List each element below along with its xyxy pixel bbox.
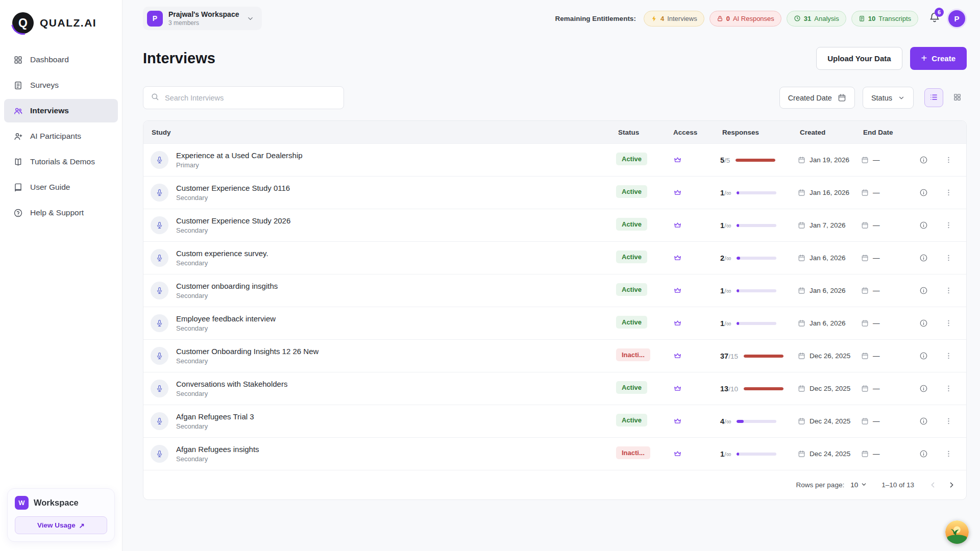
user-guide-icon	[13, 183, 23, 192]
calendar-icon	[838, 93, 846, 102]
external-link-icon: ↗	[79, 521, 85, 530]
end-date: —	[861, 352, 910, 360]
row-menu-icon[interactable]	[942, 349, 955, 362]
table-row[interactable]: Afgan Refugees Trial 3SecondaryActive4/∞…	[143, 405, 966, 437]
search-input[interactable]	[165, 94, 336, 102]
study-title[interactable]: Experience at a Used Car Dealership	[176, 151, 303, 160]
crown-icon[interactable]	[671, 415, 720, 428]
workspace-selector[interactable]: P Prajwal's Workspace 3 members	[143, 7, 262, 30]
column-header-status: Status	[616, 129, 671, 136]
create-button[interactable]: + Create	[910, 47, 967, 70]
notifications-bell[interactable]: 6	[929, 12, 940, 25]
info-icon[interactable]	[917, 186, 930, 199]
row-menu-icon[interactable]	[942, 415, 955, 428]
entitlement-pills: 4Interviews0AI Responses31Analysis10Tran…	[644, 11, 918, 27]
study-title[interactable]: Customer Onboarding Insights 12 26 New	[176, 347, 318, 356]
info-icon[interactable]	[917, 382, 930, 395]
row-menu-icon[interactable]	[942, 284, 955, 297]
study-title[interactable]: Customer onboarding insgiths	[176, 282, 278, 290]
row-menu-icon[interactable]	[942, 447, 955, 460]
sidebar-item-help-support[interactable]: Help & Support	[4, 201, 118, 224]
sidebar-item-interviews[interactable]: Interviews	[4, 99, 118, 122]
end-date: —	[861, 156, 910, 164]
crown-icon[interactable]	[671, 447, 720, 460]
table-row[interactable]: Employee feedback interviewSecondaryActi…	[143, 307, 966, 339]
island-widget-button[interactable]	[945, 520, 969, 544]
pagination-range: 1–10 of 13	[881, 481, 914, 489]
info-icon[interactable]	[917, 415, 930, 428]
study-title[interactable]: Conversations with Stakeholders	[176, 380, 287, 388]
row-menu-icon[interactable]	[942, 252, 955, 264]
calendar-icon	[861, 156, 869, 164]
rows-per-page-select[interactable]: 10	[850, 481, 867, 489]
sidebar-item-tutorials-demos[interactable]: Tutorials & Demos	[4, 150, 118, 173]
study-title[interactable]: Employee feedback interview	[176, 314, 276, 323]
status-badge: Inacti...	[616, 348, 650, 361]
sidebar-item-user-guide[interactable]: User Guide	[4, 176, 118, 199]
crown-icon[interactable]	[671, 252, 720, 264]
table-row[interactable]: Experience at a Used Car DealershipPrima…	[143, 143, 966, 176]
entitlement-pill-analysis: 31Analysis	[787, 11, 846, 27]
calendar-icon	[798, 221, 805, 229]
sidebar-item-dashboard[interactable]: Dashboard	[4, 48, 118, 71]
table-row[interactable]: Customer Experience Study 2026SecondaryA…	[143, 209, 966, 241]
row-menu-icon[interactable]	[942, 317, 955, 330]
row-menu-icon[interactable]	[942, 154, 955, 166]
crown-icon[interactable]	[671, 284, 720, 297]
view-usage-button[interactable]: View Usage ↗	[15, 516, 107, 534]
table-row[interactable]: Customer Experience Study 0116SecondaryA…	[143, 176, 966, 209]
end-date: —	[861, 450, 910, 458]
brand-name: QUALZ.AI	[40, 17, 96, 29]
info-icon[interactable]	[917, 252, 930, 264]
view-toggle	[924, 88, 967, 107]
table-row[interactable]: Custom experience survey.SecondaryActive…	[143, 241, 966, 274]
microphone-icon	[151, 184, 168, 202]
table-row[interactable]: Afgan Refugees insightsSecondaryInacti..…	[143, 437, 966, 470]
grid-view-button[interactable]	[948, 88, 967, 107]
info-icon[interactable]	[917, 349, 930, 362]
status-filter[interactable]: Status	[863, 87, 914, 109]
crown-icon[interactable]	[671, 349, 720, 362]
info-icon[interactable]	[917, 447, 930, 460]
workspace-card-title: Workspace	[34, 498, 79, 508]
created-date: Jan 6, 2026	[798, 287, 861, 294]
crown-icon[interactable]	[671, 154, 720, 166]
list-view-button[interactable]	[924, 88, 943, 107]
row-menu-icon[interactable]	[942, 382, 955, 395]
calendar-icon	[798, 156, 805, 164]
responses-count: 1/∞	[720, 319, 731, 328]
user-avatar[interactable]: P	[947, 9, 967, 29]
sidebar-item-surveys[interactable]: Surveys	[4, 73, 118, 97]
study-title[interactable]: Afgan Refugees insights	[176, 445, 259, 454]
microphone-icon	[151, 249, 168, 267]
table-row[interactable]: Conversations with StakeholdersSecondary…	[143, 372, 966, 405]
sidebar-item-ai-participants[interactable]: AI Participants	[4, 124, 118, 148]
study-title[interactable]: Customer Experience Study 0116	[176, 184, 290, 192]
info-icon[interactable]	[917, 219, 930, 232]
info-icon[interactable]	[917, 154, 930, 166]
study-title[interactable]: Customer Experience Study 2026	[176, 216, 290, 225]
study-subtitle: Primary	[176, 161, 303, 169]
table-row[interactable]: Customer onboarding insgithsSecondaryAct…	[143, 274, 966, 307]
entitlement-label: AI Responses	[733, 15, 774, 22]
crown-icon[interactable]	[671, 186, 720, 199]
lock-icon	[717, 15, 723, 22]
crown-icon[interactable]	[671, 219, 720, 232]
created-date-filter[interactable]: Created Date	[779, 87, 855, 109]
study-title[interactable]: Custom experience survey.	[176, 249, 268, 258]
interviews-table: Study Status Access Responses Created En…	[143, 120, 967, 500]
info-icon[interactable]	[917, 317, 930, 330]
next-page-icon[interactable]	[947, 481, 956, 489]
study-subtitle: Secondary	[176, 292, 278, 299]
crown-icon[interactable]	[671, 382, 720, 395]
info-icon[interactable]	[917, 284, 930, 297]
table-row[interactable]: Customer Onboarding Insights 12 26 NewSe…	[143, 339, 966, 372]
row-menu-icon[interactable]	[942, 186, 955, 199]
previous-page-icon[interactable]	[928, 481, 937, 489]
upload-data-button[interactable]: Upload Your Data	[816, 47, 902, 70]
row-menu-icon[interactable]	[942, 219, 955, 232]
table-header: Study Status Access Responses Created En…	[143, 121, 966, 143]
crown-icon[interactable]	[671, 317, 720, 330]
calendar-icon	[861, 287, 869, 294]
study-title[interactable]: Afgan Refugees Trial 3	[176, 412, 254, 421]
